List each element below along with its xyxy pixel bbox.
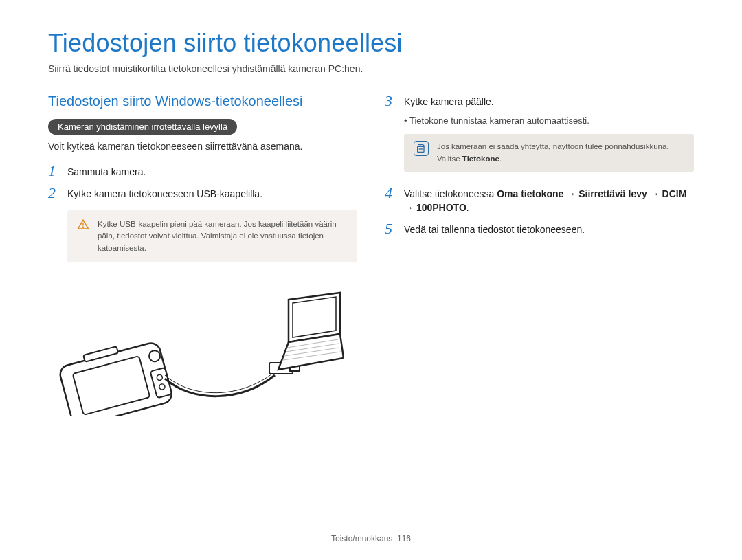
step-text: Sammuta kamera. [67, 164, 146, 179]
step-text: Vedä tai tallenna tiedostot tietokoneese… [404, 221, 585, 236]
content-columns: Tiedostojen siirto Windows-tietokoneelle… [48, 93, 694, 419]
intro-paragraph: Voit kytkeä kameran tietokoneeseen siirr… [48, 140, 357, 154]
sub-heading-pill: Kameran yhdistäminen irrotettavalla levy… [48, 119, 237, 135]
step-text: Kytke kamera tietokoneeseen USB-kaapelil… [67, 186, 262, 201]
connection-illustration [48, 279, 357, 419]
note-text: Jos kameraan ei saada yhteyttä, näyttöön… [437, 141, 684, 165]
left-column: Tiedostojen siirto Windows-tietokoneelle… [48, 93, 357, 419]
page-footer: Toisto/muokkaus 116 [0, 534, 742, 544]
step-5: 5 Vedä tai tallenna tiedostot tietokonee… [385, 221, 694, 236]
document-page: Tiedostojen siirto tietokoneellesi Siirr… [0, 0, 742, 560]
step4-suffix: . [466, 202, 469, 213]
step-text: Kytke kamera päälle. [404, 93, 494, 109]
svg-point-1 [82, 227, 83, 227]
note-icon [414, 141, 429, 156]
page-title: Tiedostojen siirto tietokoneellesi [48, 29, 694, 58]
step-1: 1 Sammuta kamera. [48, 164, 357, 179]
step4-prefix: Valitse tietokoneessa [404, 188, 497, 199]
warning-icon [77, 219, 89, 233]
step-text: Valitse tietokoneessa Oma tietokone → Si… [404, 186, 694, 215]
note-box: Jos kameraan ei saada yhteyttä, näyttöön… [404, 134, 694, 172]
step-number: 2 [48, 186, 60, 201]
svg-rect-15 [418, 147, 424, 153]
step-4: 4 Valitse tietokoneessa Oma tietokone → … [385, 186, 694, 215]
step-2: 2 Kytke kamera tietokoneeseen USB-kaapel… [48, 186, 357, 201]
step-number: 1 [48, 164, 60, 179]
note-suffix: . [499, 155, 502, 163]
right-column: 3 Kytke kamera päälle. Tietokone tunnist… [385, 93, 694, 419]
step-3: 3 Kytke kamera päälle. [385, 93, 694, 109]
page-subtitle: Siirrä tiedostot muistikortilta tietokon… [48, 63, 694, 74]
warning-box: Kytke USB-kaapelin pieni pää kameraan. J… [67, 210, 357, 262]
step-number: 5 [385, 221, 397, 236]
footer-page-number: 116 [397, 534, 411, 544]
note-bold: Tietokone [462, 155, 499, 163]
section-heading: Tiedostojen siirto Windows-tietokoneelle… [48, 93, 357, 109]
step-bullet: Tietokone tunnistaa kameran automaattise… [404, 115, 694, 126]
warning-text: Kytke USB-kaapelin pieni pää kameraan. J… [98, 219, 348, 254]
step-number: 4 [385, 186, 397, 201]
footer-label: Toisto/muokkaus [331, 534, 392, 544]
step-number: 3 [385, 93, 397, 109]
